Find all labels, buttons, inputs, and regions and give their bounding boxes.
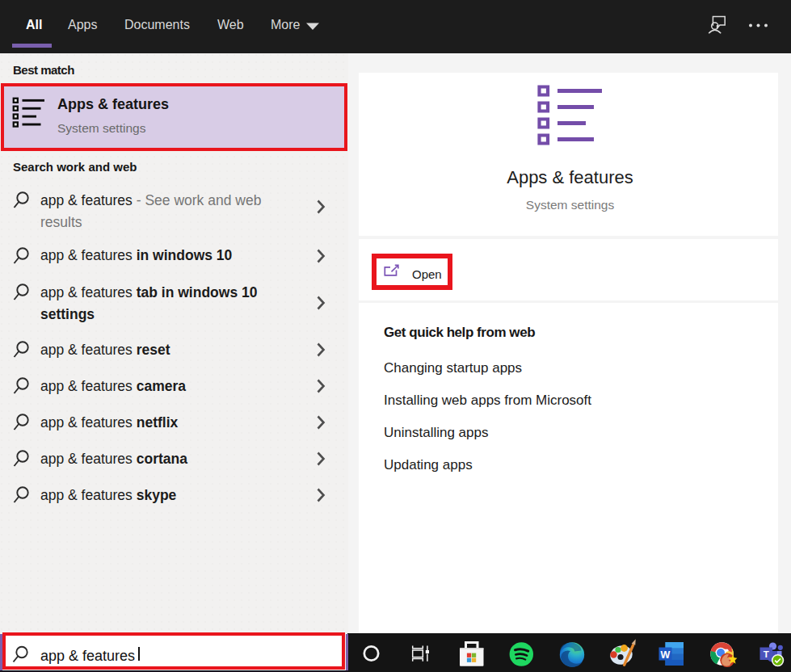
svg-text:W: W — [661, 649, 671, 661]
svg-text:T: T — [764, 649, 769, 659]
